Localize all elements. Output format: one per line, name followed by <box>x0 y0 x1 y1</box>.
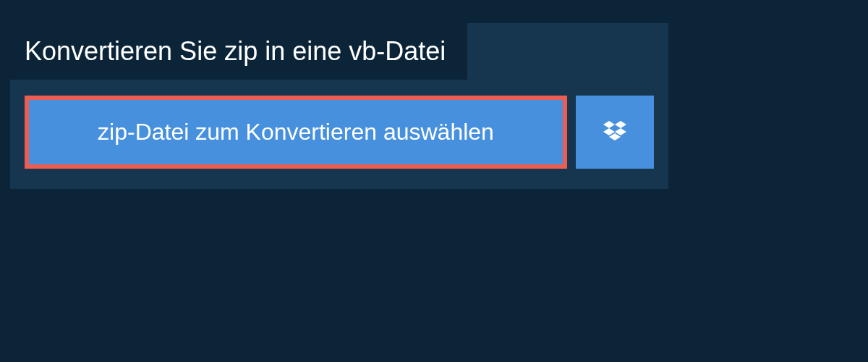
dropbox-button[interactable] <box>576 96 654 169</box>
dropbox-icon <box>600 118 629 147</box>
button-row: zip-Datei zum Konvertieren auswählen <box>10 80 668 189</box>
select-file-button[interactable]: zip-Datei zum Konvertieren auswählen <box>25 96 567 169</box>
converter-panel: Konvertieren Sie zip in eine vb-Datei zi… <box>10 23 668 189</box>
page-title: Konvertieren Sie zip in eine vb-Datei <box>25 36 446 66</box>
select-file-label: zip-Datei zum Konvertieren auswählen <box>98 119 494 145</box>
title-bar: Konvertieren Sie zip in eine vb-Datei <box>10 23 467 80</box>
